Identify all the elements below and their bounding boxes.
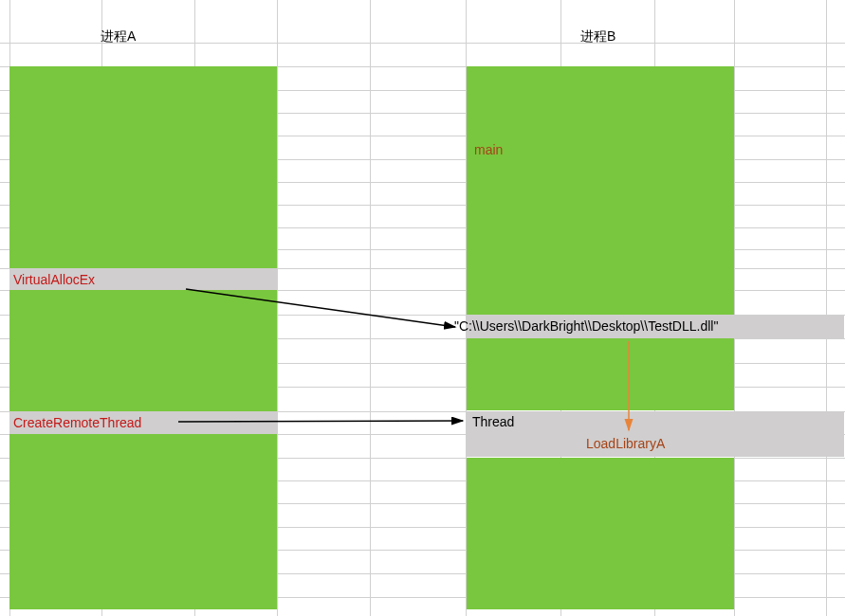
path-label: "C:\\Users\\DarkBright\\Desktop\\TestDLL… (454, 318, 718, 334)
thread-label: Thread (472, 414, 514, 429)
load-library-label: LoadLibraryA (586, 436, 665, 451)
thread-bar (467, 411, 844, 434)
main-label: main (474, 142, 503, 157)
virtual-alloc-bar: VirtualAllocEx (9, 268, 277, 290)
process-b-block-3 (467, 458, 734, 609)
process-a-block-1 (9, 66, 277, 268)
create-remote-thread-bar: CreateRemoteThread (9, 411, 277, 434)
process-b-header: 进程B (580, 28, 615, 45)
process-b-block-2 (467, 338, 734, 410)
process-a-block-3 (9, 434, 277, 609)
process-b-block-1 (467, 66, 734, 315)
virtual-alloc-label: VirtualAllocEx (13, 272, 95, 287)
process-a-block-2 (9, 290, 277, 411)
process-a-header: 进程A (101, 28, 136, 45)
create-remote-thread-label: CreateRemoteThread (13, 415, 141, 430)
